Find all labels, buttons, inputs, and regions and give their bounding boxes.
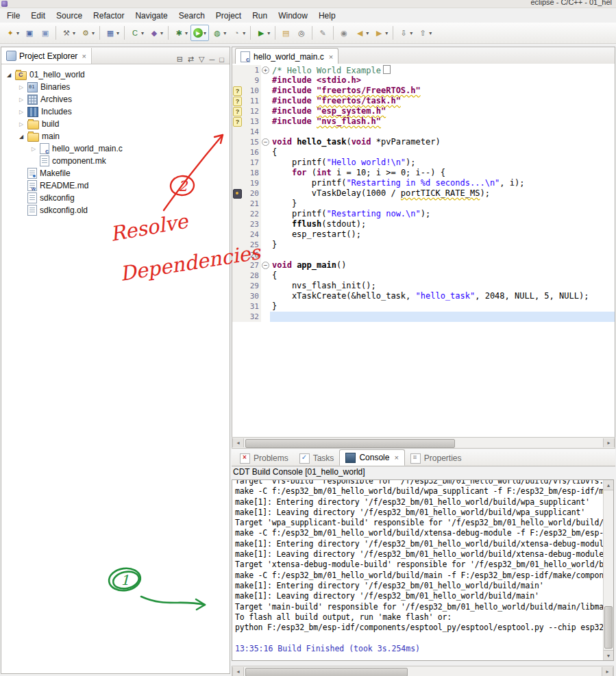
menu-item-edit[interactable]: Edit (25, 10, 51, 22)
code-line[interactable]: ?12#include "esp_system.h" (232, 106, 615, 116)
tree-item-main[interactable]: ◢main (1, 130, 230, 142)
tree-collapsed-arrow-icon[interactable]: ▷ (18, 121, 25, 127)
external-tools-button[interactable]: ▶▾ (254, 25, 272, 41)
console-horizontal-scrollbar[interactable]: ◂ ▸ (232, 666, 614, 676)
minimize-icon[interactable]: ─ (210, 55, 215, 64)
tree-item-makefile[interactable]: Makefile (1, 167, 230, 179)
tree-item-build[interactable]: ▷build (1, 118, 230, 130)
scroll-right-icon[interactable]: ▸ (603, 438, 615, 447)
project-explorer-tab[interactable]: Project Explorer × (1, 48, 92, 64)
console-vertical-scrollbar[interactable]: ▲ ▼ (603, 480, 613, 660)
code-line[interactable]: 19 printf("Restarting in %d seconds...\n… (232, 178, 615, 188)
code-text[interactable]: for (int i = 10; i >= 0; i--) { (270, 168, 615, 178)
tree-item-sdkconfig-old[interactable]: sdkconfig.old (1, 204, 230, 216)
save-all-button[interactable]: ▣ (38, 25, 53, 41)
code-line[interactable]: 16{ (232, 147, 615, 158)
scroll-left-icon[interactable]: ◂ (232, 438, 244, 447)
code-line[interactable]: 23 fflush(stdout); (232, 219, 615, 229)
code-line[interactable]: 27−void app_main() (232, 260, 615, 271)
tab-console[interactable]: Console× (339, 449, 404, 466)
code-text[interactable]: #include "freertos/FreeRTOS.h" (270, 86, 615, 96)
menu-item-run[interactable]: Run (247, 10, 273, 22)
code-line[interactable]: 15−void hello_task(void *pvParameter) (232, 137, 615, 147)
code-text[interactable] (270, 250, 615, 260)
menu-item-file[interactable]: File (1, 10, 25, 22)
fold-plus-icon[interactable]: + (262, 66, 269, 74)
last-edit-location-button[interactable]: ◉ (336, 25, 352, 41)
run-button[interactable]: ▶▾ (190, 25, 209, 41)
tree-item-binaries[interactable]: ▷Binaries (1, 81, 230, 93)
code-text[interactable]: fflush(stdout); (270, 219, 615, 229)
scroll-right-icon[interactable]: ▸ (602, 667, 613, 676)
tree-item-hello-world-main-c[interactable]: ▷hello_world_main.c (1, 142, 230, 155)
tree-item-component-mk[interactable]: component.mk (1, 155, 230, 167)
scrollbar-thumb[interactable] (604, 606, 613, 649)
scroll-up-icon[interactable]: ▲ (604, 480, 613, 490)
scrollbar-track[interactable] (244, 438, 603, 447)
tree-item-archives[interactable]: ▷Archives (1, 93, 230, 105)
forward-button[interactable]: ▶▾ (371, 25, 390, 41)
close-icon[interactable]: × (82, 52, 86, 60)
scrollbar-track[interactable] (604, 490, 613, 650)
fold-minus-icon[interactable]: − (262, 138, 269, 146)
code-line[interactable]: 17 printf("Hello world!\n"); (232, 158, 615, 168)
tree-item-includes[interactable]: ▷Includes (1, 105, 230, 118)
code-text[interactable]: void hello_task(void *pvParameter) (270, 137, 615, 147)
code-line[interactable]: 30 xTaskCreate(&hello_task, "hello_task"… (232, 291, 615, 301)
menu-item-project[interactable]: Project (210, 10, 247, 22)
menu-item-source[interactable]: Source (51, 10, 88, 22)
code-line[interactable]: 29 nvs_flash_init(); (232, 281, 615, 291)
code-text[interactable]: nvs_flash_init(); (270, 281, 615, 291)
tab-properties[interactable]: Properties (405, 451, 467, 466)
close-icon[interactable]: × (394, 453, 398, 462)
console-output[interactable]: Target 'vfs-build' responsible for '/f/e… (232, 479, 614, 661)
debug-button[interactable]: ✱▾ (171, 25, 190, 41)
code-text[interactable]: printf("Hello world!\n"); (270, 158, 615, 168)
code-text[interactable]: /* Hello World Example (270, 65, 615, 75)
prev-annotation-button[interactable]: ⇧▾ (415, 25, 434, 41)
code-text[interactable]: #include <stdio.h> (270, 75, 615, 86)
code-line[interactable]: 22 printf("Restarting now.\n"); (232, 209, 615, 219)
code-line[interactable]: 20 vTaskDelay(1000 / portTICK_RATE_MS); (232, 188, 615, 199)
scroll-down-icon[interactable]: ▼ (604, 650, 613, 660)
menu-item-refactor[interactable]: Refactor (88, 10, 130, 22)
code-text[interactable]: printf("Restarting in %d seconds...\n", … (270, 178, 615, 188)
scrollbar-thumb[interactable] (245, 668, 408, 676)
next-annotation-button[interactable]: ⇩▾ (396, 25, 415, 41)
coverage-button[interactable]: ◍▾ (210, 25, 228, 41)
new-c-source-button[interactable]: C▾ (127, 25, 146, 41)
tree-expanded-arrow-icon[interactable]: ◢ (5, 72, 12, 78)
tab-problems[interactable]: Problems (234, 451, 294, 466)
code-text[interactable]: vTaskDelay(1000 / portTICK_RATE_MS); (270, 188, 615, 199)
tree-item-readme-md[interactable]: README.md (1, 179, 230, 192)
back-button[interactable]: ◀▾ (352, 25, 371, 41)
tree-collapsed-arrow-icon[interactable]: ▷ (18, 109, 25, 115)
code-line[interactable]: 31} (232, 301, 615, 312)
code-text[interactable]: { (270, 147, 615, 158)
profile-button[interactable]: ◔▾ (229, 25, 247, 41)
code-line[interactable]: ?10#include "freertos/FreeRTOS.h" (232, 86, 615, 96)
code-text[interactable]: #include "freertos/task.h" (270, 96, 615, 106)
menu-item-help[interactable]: Help (313, 10, 341, 22)
view-menu-icon[interactable]: ▽ (199, 55, 204, 64)
code-text[interactable]: #include "nvs_flash.h" (270, 116, 615, 127)
code-line[interactable]: 24 esp_restart(); (232, 229, 615, 240)
code-line[interactable]: ?13#include "nvs_flash.h" (232, 116, 615, 127)
code-line[interactable]: 18 for (int i = 10; i >= 0; i--) { (232, 168, 615, 178)
tree-expanded-arrow-icon[interactable]: ◢ (18, 134, 25, 140)
code-line[interactable]: ?11#include "freertos/task.h" (232, 96, 615, 106)
fold-minus-icon[interactable]: − (262, 262, 269, 269)
code-line[interactable]: 32 (232, 312, 615, 322)
tree-item-01-hello-world[interactable]: ◢01_hello_world (1, 68, 230, 81)
build-all-button[interactable]: ⚒▾ (59, 25, 77, 41)
code-line[interactable]: 9#include <stdio.h> (232, 75, 615, 86)
code-line[interactable]: 26 (232, 250, 615, 260)
scrollbar-thumb[interactable] (245, 439, 455, 448)
tab-tasks[interactable]: Tasks (294, 451, 340, 466)
binary-view-button[interactable]: ▦▾ (103, 25, 121, 41)
menu-item-search[interactable]: Search (173, 10, 210, 22)
editor-horizontal-scrollbar[interactable]: ◂ ▸ (232, 437, 615, 449)
new-wizard-button[interactable]: ✦▾ (3, 25, 21, 41)
code-text[interactable] (270, 312, 615, 322)
new-c-project-button[interactable]: ◆▾ (147, 25, 165, 41)
